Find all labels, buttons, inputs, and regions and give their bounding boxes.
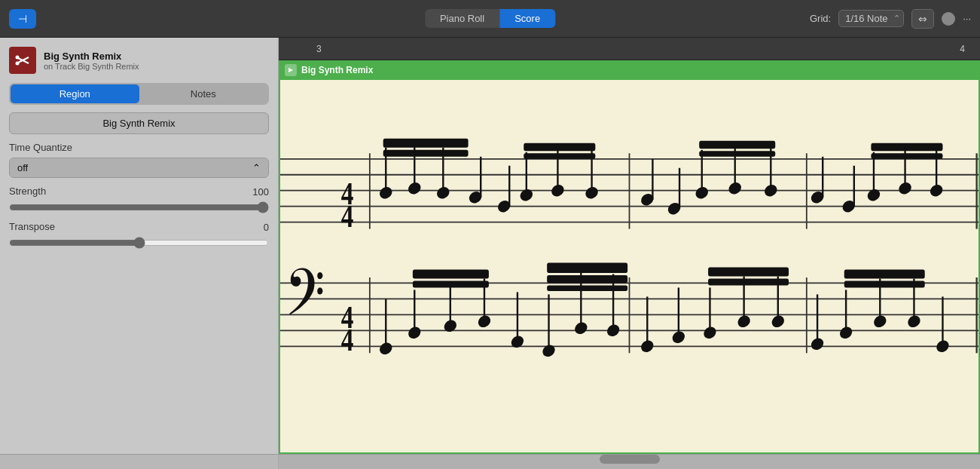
toolbar-right: Grid: 1/16 Note 1/4 Note 1/8 Note 1/32 N…: [810, 9, 971, 29]
grid-select[interactable]: 1/16 Note 1/4 Note 1/8 Note 1/32 Note: [838, 10, 904, 27]
horizontal-scrollbar-thumb[interactable]: [600, 455, 660, 464]
transpose-slider[interactable]: [9, 237, 269, 249]
transpose-label: Transpose: [9, 221, 55, 232]
score-clip-header: Big Synth Remix: [279, 60, 980, 80]
time-quantize-value: off: [17, 162, 28, 173]
grid-label: Grid:: [810, 13, 831, 24]
svg-point-2: [16, 56, 20, 60]
svg-rect-29: [383, 139, 469, 148]
strength-label: Strength: [9, 185, 46, 197]
svg-rect-30: [383, 150, 469, 157]
region-text-block: Big Synth Remix on Track Big Synth Remix: [44, 51, 139, 71]
sidebar: Big Synth Remix on Track Big Synth Remix…: [0, 38, 279, 454]
svg-rect-85: [547, 263, 627, 273]
score-content: Big Synth Remix: [279, 60, 980, 454]
pin-button[interactable]: ⊣: [9, 9, 36, 29]
svg-text:4: 4: [341, 323, 354, 358]
svg-rect-87: [547, 285, 627, 290]
svg-rect-54: [699, 151, 775, 156]
svg-rect-98: [708, 267, 789, 276]
score-area: 3 4 Big Synth Remix: [279, 38, 980, 454]
circle-control[interactable]: [942, 12, 955, 26]
time-quantize-label: Time Quantize: [9, 142, 269, 153]
svg-rect-75: [413, 269, 489, 278]
score-panel-scrollbar: [279, 455, 980, 470]
sidebar-tab-row: Region Notes: [9, 83, 269, 105]
svg-text:4: 4: [341, 198, 354, 234]
score-timeline: 3 4: [279, 38, 980, 60]
strength-row: Strength 100: [9, 185, 269, 213]
time-quantize-dropdown[interactable]: off ⌃: [9, 158, 269, 178]
more-options: ···: [963, 13, 971, 24]
main-area: Big Synth Remix on Track Big Synth Remix…: [0, 38, 980, 454]
resize-icon: ⇔: [918, 13, 927, 25]
svg-rect-5: [280, 80, 978, 452]
clip-play-icon: [285, 64, 297, 76]
view-tabs: Piano Roll Score: [425, 9, 555, 28]
clip-name: Big Synth Remix: [301, 65, 373, 75]
region-name-button[interactable]: Big Synth Remix: [9, 112, 269, 134]
svg-rect-99: [708, 278, 789, 285]
svg-rect-42: [524, 153, 595, 158]
sidebar-tab-region[interactable]: Region: [11, 84, 139, 103]
sheet-music-svg: 𝄢 4 4 4 4: [280, 80, 978, 452]
transpose-header: Transpose 0: [9, 221, 269, 234]
svg-rect-109: [844, 280, 925, 287]
region-subtitle: on Track Big Synth Remix: [44, 62, 139, 71]
grid-select-wrapper: 1/16 Note 1/4 Note 1/8 Note 1/32 Note: [838, 10, 904, 27]
timeline-marker-3: 3: [316, 44, 322, 54]
tab-piano-roll[interactable]: Piano Roll: [425, 9, 499, 28]
svg-rect-53: [699, 141, 775, 149]
strength-header: Strength 100: [9, 185, 269, 198]
strength-slider[interactable]: [9, 201, 269, 213]
top-toolbar: ⊣ Piano Roll Score Grid: 1/16 Note 1/4 N…: [0, 0, 980, 38]
left-panel-scrollbar: [0, 455, 279, 470]
sheet-music-area: 𝄢 4 4 4 4: [279, 80, 980, 454]
svg-rect-65: [871, 143, 942, 151]
pin-icon: ⊣: [18, 13, 27, 25]
transpose-value: 0: [264, 222, 269, 233]
svg-marker-4: [289, 68, 293, 72]
strength-value: 100: [252, 186, 269, 198]
svg-text:𝄢: 𝄢: [285, 258, 325, 345]
timeline-marker-4: 4: [960, 44, 965, 54]
svg-rect-41: [524, 143, 595, 151]
svg-rect-66: [871, 153, 942, 158]
sidebar-tab-notes[interactable]: Notes: [139, 84, 268, 103]
tab-score[interactable]: Score: [499, 9, 555, 28]
svg-rect-108: [844, 269, 925, 278]
time-quantize-row: Time Quantize off ⌃: [9, 142, 269, 178]
resize-button[interactable]: ⇔: [911, 9, 934, 29]
svg-rect-86: [547, 275, 627, 283]
time-quantize-chevron: ⌃: [252, 162, 261, 173]
region-info: Big Synth Remix on Track Big Synth Remix: [9, 47, 269, 74]
bottom-scrollbar: [0, 454, 980, 469]
region-title: Big Synth Remix: [44, 51, 139, 62]
region-icon: [9, 47, 36, 74]
transpose-row: Transpose 0: [9, 221, 269, 249]
svg-point-3: [16, 62, 20, 66]
